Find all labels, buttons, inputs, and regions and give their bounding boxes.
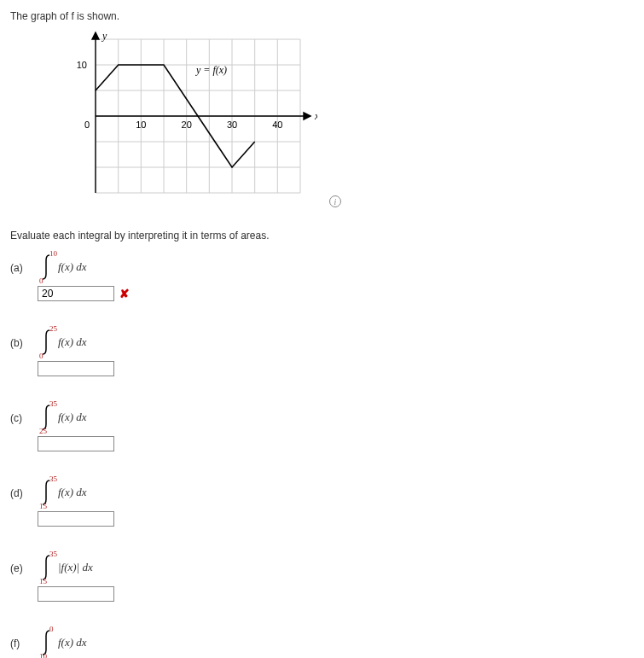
part-c-upper: 35 <box>49 399 57 408</box>
part-d-integrand: f(x) dx <box>58 486 87 499</box>
part-e: (e) 35 15 |f(x)| dx <box>10 554 634 602</box>
part-b-integral: 25 0 f(x) dx <box>38 329 87 356</box>
part-f: (f) 0 10 f(x) dx <box>10 629 634 658</box>
tick-40: 40 <box>272 119 282 130</box>
part-a: (a) 10 0 f(x) dx ✘ <box>10 253 634 301</box>
part-b-label: (b) <box>10 337 31 349</box>
part-e-input[interactable] <box>38 586 114 602</box>
tick-10: 10 <box>136 119 146 130</box>
svg-marker-18 <box>304 113 310 119</box>
part-c-lower: 25 <box>39 427 47 435</box>
part-d-label: (d) <box>10 487 31 499</box>
tick-20: 20 <box>182 119 192 130</box>
part-e-integrand: |f(x)| dx <box>58 561 93 574</box>
tick-30: 30 <box>227 119 237 130</box>
part-f-integrand: f(x) dx <box>58 636 87 649</box>
part-b-input[interactable] <box>38 361 114 376</box>
part-d-integral: 35 15 f(x) dx <box>38 479 87 506</box>
part-c-label: (c) <box>10 412 31 424</box>
part-e-integral: 35 15 |f(x)| dx <box>38 554 93 581</box>
part-a-input[interactable] <box>38 286 114 301</box>
part-d-lower: 15 <box>39 502 47 510</box>
part-a-integrand: f(x) dx <box>58 260 87 274</box>
part-b: (b) 25 0 f(x) dx <box>10 329 634 376</box>
part-c: (c) 35 25 f(x) dx <box>10 404 634 451</box>
part-f-label: (f) <box>10 638 31 649</box>
part-e-label: (e) <box>10 562 31 574</box>
info-icon[interactable]: i <box>329 195 341 207</box>
part-d-input[interactable] <box>38 511 114 527</box>
graph-container: 0 10 20 30 40 10 y x y = f(x) i <box>61 31 317 213</box>
part-e-lower: 15 <box>39 577 47 585</box>
part-e-upper: 35 <box>49 550 57 558</box>
part-d-upper: 35 <box>49 475 57 483</box>
graph-svg: 0 10 20 30 40 10 y x y = f(x) <box>61 31 317 210</box>
part-b-integrand: f(x) dx <box>58 335 87 349</box>
tick-0: 0 <box>84 119 90 130</box>
part-c-integrand: f(x) dx <box>58 411 87 424</box>
part-a-lower: 0 <box>39 277 44 285</box>
part-b-upper: 25 <box>49 324 57 333</box>
x-axis-label: x <box>314 110 317 122</box>
part-a-upper: 10 <box>49 249 57 258</box>
page-title: The graph of f is shown. <box>10 10 634 22</box>
tick-y10: 10 <box>77 60 87 70</box>
part-f-lower: 10 <box>39 652 47 658</box>
part-a-integral: 10 0 f(x) dx <box>38 253 87 281</box>
part-a-label: (a) <box>10 262 31 274</box>
part-c-input[interactable] <box>38 436 114 451</box>
instruction-text: Evaluate each integral by interpreting i… <box>10 230 634 242</box>
part-f-integral: 0 10 f(x) dx <box>38 629 87 656</box>
svg-marker-20 <box>92 32 99 39</box>
part-d: (d) 35 15 f(x) dx <box>10 479 634 527</box>
part-c-integral: 35 25 f(x) dx <box>38 404 87 431</box>
y-axis-label: y <box>102 31 107 42</box>
curve-label: y = f(x) <box>195 64 227 76</box>
wrong-icon: ✘ <box>119 287 130 300</box>
part-b-lower: 0 <box>39 352 44 360</box>
part-f-upper: 0 <box>49 625 54 633</box>
